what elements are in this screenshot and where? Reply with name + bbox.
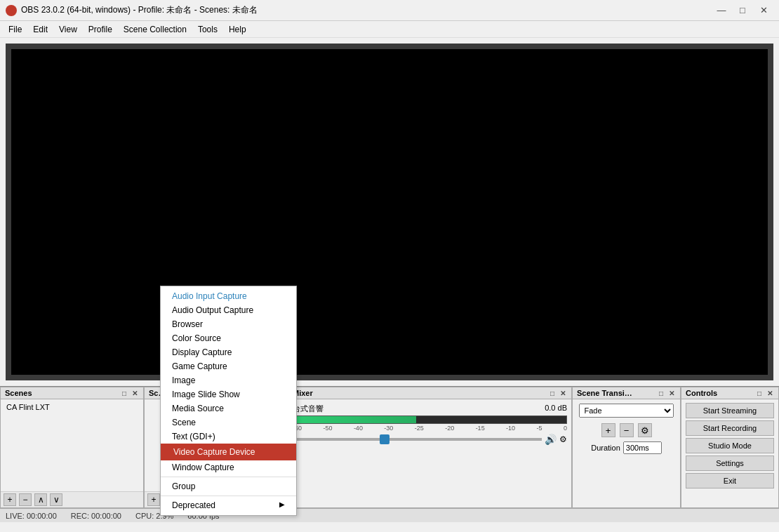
context-menu: Audio Input Capture Audio Output Capture… [160,286,297,516]
controls-expand-btn[interactable]: □ [756,390,763,397]
ctx-text-gdi[interactable]: Text (GDI+) [161,430,296,444]
status-rec: REC: 00:00:00 [71,512,121,520]
scene-remove-btn[interactable]: − [19,493,32,506]
window-title: OBS 23.0.2 (64-bit, windows) - Profile: … [21,4,712,16]
ctx-group[interactable]: Group [161,479,296,493]
ctx-separator-1 [161,477,296,477]
transition-add-btn[interactable]: + [601,423,615,437]
scene-transitions-panel: Scene Transi… □ ✕ Fade Cut + − ⚙ Duratio… [572,387,681,508]
mixer-channel-controls: 🔊 ⚙ [293,434,567,445]
ctx-separator-2 [161,496,296,496]
scenes-list: CA Flint LXT [1,399,143,491]
status-bar: LIVE: 00:00:00 REC: 00:00:00 CPU: 2.9% 6… [0,508,779,522]
menu-edit[interactable]: Edit [27,23,53,36]
ctx-browser[interactable]: Browser [161,317,296,331]
duration-input[interactable] [623,441,662,454]
minimize-button[interactable]: — [712,3,731,18]
scenes-panel-controls: □ ✕ [121,390,139,397]
preview-area [6,44,773,380]
ctx-game-capture[interactable]: Game Capture [161,359,296,373]
controls-panel: Controls □ ✕ Start Streaming Start Recor… [681,387,779,508]
mixer-channel-label: 台式音響 0.0 dB [293,404,567,414]
transition-controls: + − ⚙ [574,420,679,440]
volume-thumb [380,434,390,444]
scene-transitions-title: Scene Transi… [577,389,632,397]
maximize-button[interactable]: □ [733,3,752,18]
controls-close-btn[interactable]: ✕ [766,390,774,397]
mixer-panel-controls: □ ✕ [549,390,567,397]
mixer-channel-db: 0.0 dB [545,404,567,414]
transitions-close-btn[interactable]: ✕ [667,390,676,397]
scene-transitions-content: Fade Cut + − ⚙ Duration [573,399,680,507]
duration-row: Duration [574,440,679,455]
menu-view[interactable]: View [53,23,83,36]
controls-panel-controls: □ ✕ [756,390,774,397]
scene-transitions-header: Scene Transi… □ ✕ [573,387,680,399]
scene-up-btn[interactable]: ∧ [34,493,47,506]
ctx-video-capture-device[interactable]: Video Capture Device [161,444,296,460]
status-live: LIVE: 00:00:00 [6,512,57,520]
menu-file[interactable]: File [3,23,27,36]
ctx-audio-input[interactable]: Audio Input Capture [161,289,296,303]
scenes-panel-header: Scenes □ ✕ [1,387,143,399]
mixer-panel-header: Mixer □ ✕ [288,387,571,399]
scene-add-btn[interactable]: + [4,493,16,506]
scenes-panel-title: Scenes [5,389,32,397]
scene-transitions-controls: □ ✕ [658,390,676,397]
scenes-footer: + − ∧ ∨ [1,491,143,507]
transition-remove-btn[interactable]: − [620,423,634,437]
volume-slider[interactable] [293,438,542,441]
mixer-close-btn[interactable]: ✕ [559,390,567,397]
scenes-expand-btn[interactable]: □ [121,390,128,397]
ctx-audio-output[interactable]: Audio Output Capture [161,303,296,317]
main-area: Scenes □ ✕ CA Flint LXT + − ∧ ∨ Sc… □ [0,44,779,522]
transitions-expand-btn[interactable]: □ [658,390,665,397]
menu-profile[interactable]: Profile [83,23,118,36]
controls-panel-header: Controls □ ✕ [681,387,778,399]
start-recording-button[interactable]: Start Recording [686,420,774,436]
window-controls: — □ ✕ [712,3,773,18]
scenes-panel: Scenes □ ✕ CA Flint LXT + − ∧ ∨ [0,387,144,508]
preview-canvas [11,49,768,375]
ctx-scene[interactable]: Scene [161,415,296,430]
exit-button[interactable]: Exit [686,473,774,488]
ctx-media-source[interactable]: Media Source [161,401,296,415]
mixer-level [293,416,416,423]
transition-type-select[interactable]: Fade Cut [579,404,673,418]
close-button[interactable]: ✕ [754,3,773,18]
mixer-channel-name: 台式音響 [293,404,324,414]
ctx-display-capture[interactable]: Display Capture [161,345,296,359]
ctx-image-slideshow[interactable]: Image Slide Show [161,387,296,401]
settings-button[interactable]: Settings [686,455,774,471]
menu-help[interactable]: Help [223,23,252,36]
bottom-panels: Scenes □ ✕ CA Flint LXT + − ∧ ∨ Sc… □ [0,386,779,508]
source-add-btn[interactable]: + [147,493,160,506]
menu-tools[interactable]: Tools [192,23,223,36]
ctx-color-source[interactable]: Color Source [161,331,296,345]
mixer-bar [293,415,567,424]
mixer-content: 台式音響 0.0 dB -60-50-40-30-25 -20-15-10-50 [288,399,571,507]
mixer-settings-icon[interactable]: ⚙ [559,434,567,444]
menu-bar: File Edit View Profile Scene Collection … [0,21,779,38]
ctx-image[interactable]: Image [161,373,296,387]
title-bar: OBS 23.0.2 (64-bit, windows) - Profile: … [0,0,779,21]
app-icon [6,5,17,16]
mixer-channel-main: 台式音響 0.0 dB -60-50-40-30-25 -20-15-10-50 [290,401,570,448]
scene-down-btn[interactable]: ∨ [50,493,62,506]
scene-item-ca-flint[interactable]: CA Flint LXT [2,401,142,413]
duration-label: Duration [591,444,620,452]
controls-content: Start Streaming Start Recording Studio M… [681,399,778,507]
ctx-window-capture[interactable]: Window Capture [161,460,296,474]
studio-mode-button[interactable]: Studio Mode [686,438,774,453]
controls-panel-title: Controls [686,389,717,397]
transition-settings-btn[interactable]: ⚙ [638,423,652,437]
mixer-panel: Mixer □ ✕ 台式音響 0.0 dB -60-50-40-30- [288,387,572,508]
speaker-icon[interactable]: 🔊 [545,434,557,445]
scenes-close-btn[interactable]: ✕ [131,390,139,397]
mixer-expand-btn[interactable]: □ [549,390,556,397]
mixer-scale: -60-50-40-30-25 -20-15-10-50 [293,425,567,432]
start-streaming-button[interactable]: Start Streaming [686,403,774,418]
ctx-deprecated[interactable]: Deprecated [161,498,296,512]
menu-scene-collection[interactable]: Scene Collection [118,23,192,36]
